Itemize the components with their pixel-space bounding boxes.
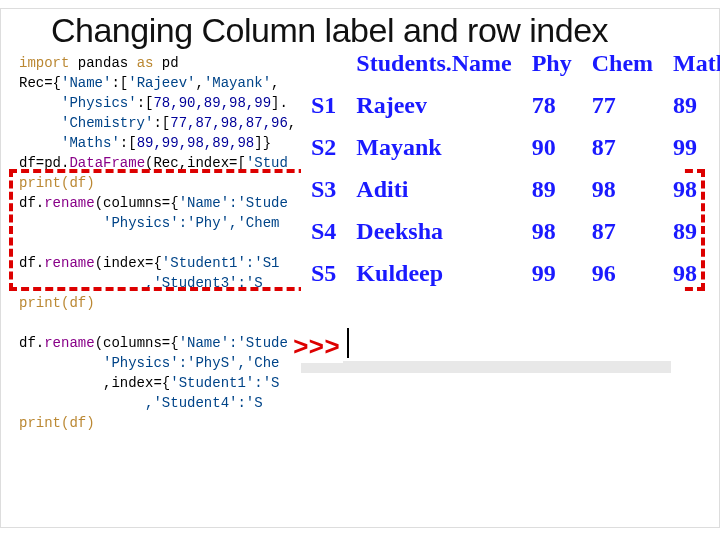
code-text: import — [19, 55, 78, 71]
code-text: 'Name' — [61, 75, 111, 91]
code-text: 'Chemistry' — [19, 115, 153, 131]
row-idx: S2 — [301, 131, 346, 173]
cell: 89 — [663, 215, 720, 257]
code-text: print(df) — [19, 415, 95, 431]
col-phy: Phy — [522, 47, 582, 89]
code-text: :[ — [137, 95, 154, 111]
code-text: :[ — [153, 115, 170, 131]
code-text: 'Name':'Stude — [179, 335, 288, 351]
cell: 89 — [522, 173, 582, 215]
col-math: Math — [663, 47, 720, 89]
cell: 96 — [582, 257, 663, 299]
code-text: (index={ — [95, 255, 162, 271]
code-text: 'Student1':'S1 — [162, 255, 280, 271]
code-text: rename — [44, 195, 94, 211]
code-text: :[ — [120, 135, 137, 151]
table-row: S1 Rajeev 78 77 89 — [301, 89, 720, 131]
cell: Mayank — [346, 131, 521, 173]
code-text: Rec={ — [19, 75, 61, 91]
code-text: 77,87,98,87,96 — [170, 115, 288, 131]
cell: 98 — [582, 173, 663, 215]
code-block: import pandas as pd Rec={'Name':['Rajeev… — [19, 53, 296, 433]
slide: Changing Column label and row index impo… — [0, 8, 720, 528]
output-table: Students.Name Phy Chem Math S1 Rajeev 78… — [301, 47, 681, 299]
col-blank — [301, 47, 346, 89]
code-text: ,'Student4':'S — [19, 395, 263, 411]
code-text: , — [195, 75, 203, 91]
python-prompt: >>> — [293, 333, 343, 363]
code-text: :[ — [111, 75, 128, 91]
code-text: 'Physics':'Phy','Chem — [19, 215, 279, 231]
page-title: Changing Column label and row index — [51, 11, 608, 50]
cell: 90 — [522, 131, 582, 173]
table-row: S4 Deeksha 98 87 89 — [301, 215, 720, 257]
code-text: ,index={ — [19, 375, 170, 391]
row-idx: S1 — [301, 89, 346, 131]
row-idx: S4 — [301, 215, 346, 257]
code-text: 'Rajeev' — [128, 75, 195, 91]
cell: 78 — [522, 89, 582, 131]
cell: Rajeev — [346, 89, 521, 131]
cell: 87 — [582, 131, 663, 173]
code-text: (Rec,index=[ — [145, 155, 246, 171]
code-text: ]} — [254, 135, 271, 151]
code-text: as — [137, 55, 162, 71]
dataframe-table: Students.Name Phy Chem Math S1 Rajeev 78… — [301, 47, 720, 299]
cell: 99 — [522, 257, 582, 299]
cell: 98 — [663, 257, 720, 299]
cell: 99 — [663, 131, 720, 173]
code-text: print(df) — [19, 295, 95, 311]
code-text: 'Student1':'S — [170, 375, 279, 391]
code-text: rename — [44, 255, 94, 271]
code-text: 'Physics' — [19, 95, 137, 111]
table-row: S3 Aditi 89 98 98 — [301, 173, 720, 215]
code-text: df=pd. — [19, 155, 69, 171]
row-idx: S3 — [301, 173, 346, 215]
code-text: df. — [19, 195, 44, 211]
code-text: 'Name':'Stude — [179, 195, 288, 211]
cell: 98 — [522, 215, 582, 257]
cell: Deeksha — [346, 215, 521, 257]
code-text: 78,90,89,98,99 — [153, 95, 271, 111]
code-text: 89,99,98,89,98 — [137, 135, 255, 151]
code-text: 'Physics':'PhyS','Che — [19, 355, 279, 371]
code-text: pandas — [78, 55, 137, 71]
code-text: DataFrame — [69, 155, 145, 171]
table-row: S5 Kuldeep 99 96 98 — [301, 257, 720, 299]
code-text: df. — [19, 335, 44, 351]
cell: 87 — [582, 215, 663, 257]
code-text: print(df) — [19, 175, 95, 191]
code-text: (columns={ — [95, 335, 179, 351]
cell: Aditi — [346, 173, 521, 215]
cell: 77 — [582, 89, 663, 131]
code-text: 'Mayank' — [204, 75, 271, 91]
code-text: , — [271, 75, 279, 91]
col-chem: Chem — [582, 47, 663, 89]
code-text: 'Stud — [246, 155, 288, 171]
code-text: ,'Student3':'S — [19, 275, 263, 291]
code-text: (columns={ — [95, 195, 179, 211]
code-text: pd — [162, 55, 179, 71]
col-name: Students.Name — [346, 47, 521, 89]
cell: Kuldeep — [346, 257, 521, 299]
code-text: 'Maths' — [19, 135, 120, 151]
table-row: S2 Mayank 90 87 99 — [301, 131, 720, 173]
code-text: , — [288, 115, 296, 131]
table-header: Students.Name Phy Chem Math — [301, 47, 720, 89]
row-idx: S5 — [301, 257, 346, 299]
cursor-icon — [347, 328, 349, 358]
cell: 98 — [663, 173, 720, 215]
code-text: df. — [19, 255, 44, 271]
cell: 89 — [663, 89, 720, 131]
code-text: rename — [44, 335, 94, 351]
code-text: ]. — [271, 95, 288, 111]
scrollbar-track — [301, 361, 671, 373]
